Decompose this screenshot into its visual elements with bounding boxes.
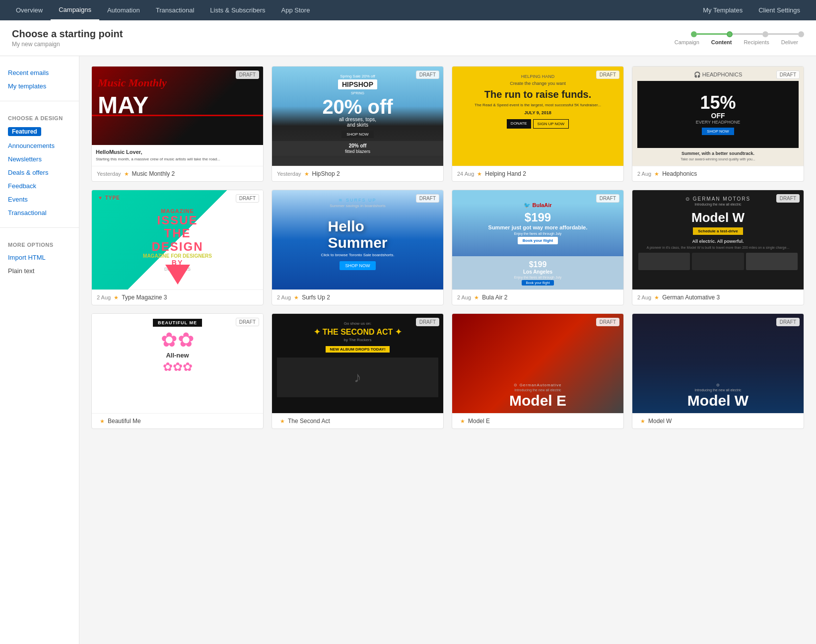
nav-right: My Templates Client Settings: [695, 0, 808, 20]
draft-badge: DRAFT: [596, 318, 619, 326]
progress-dot-recipients: [762, 31, 768, 37]
sidebar-feedback[interactable]: Feedback: [0, 179, 79, 193]
template-card-second-act[interactable]: DRAFT Go show us on: ✦ THE SECOND ACT ✦ …: [272, 313, 444, 429]
card-star: ★: [640, 418, 645, 425]
card-star: ★: [124, 171, 129, 177]
nav-my-templates[interactable]: My Templates: [695, 0, 750, 20]
template-card-bula-air[interactable]: DRAFT 🐦 BulaAir $199 Summer just got way…: [452, 190, 624, 305]
card-date: 2 Aug: [637, 294, 651, 300]
nav-app-store[interactable]: App Store: [273, 0, 318, 20]
card-footer: 2 Aug ★ Surfs Up 2: [272, 289, 443, 305]
card-name: Music Monthly 2: [132, 170, 175, 177]
step-content: Content: [705, 39, 738, 45]
progress-line-1: [697, 33, 727, 35]
card-name: German Automative 3: [662, 294, 720, 301]
template-card-model-e[interactable]: DRAFT ⊙ GermanAutomative Introducing the…: [452, 313, 624, 429]
template-card-model-w[interactable]: DRAFT ⊙ Introducing the new all electric…: [632, 313, 804, 429]
card-footer: 2 Aug ★ Type Magazine 3: [92, 289, 263, 305]
page-subtitle: My new campaign: [12, 41, 123, 48]
card-preview-type: ▼ TYPE MAGAZINE ISSUETHEDESIGN MAGAZINE …: [92, 190, 263, 289]
sidebar-events[interactable]: Events: [0, 193, 79, 206]
card-footer: ★ The Second Act: [272, 413, 443, 429]
draft-badge: DRAFT: [416, 194, 439, 203]
card-preview-beautifulme: BEAUTIFUL ME ✿✿ All-new ✿✿✿: [92, 314, 263, 413]
draft-badge: DRAFT: [776, 318, 800, 326]
sidebar-announcements[interactable]: Announcements: [0, 139, 79, 152]
nav-automation[interactable]: Automation: [99, 0, 148, 20]
template-card-headphonics[interactable]: DRAFT 🎧 HEADPHONICS 15% OFF EVERY HEADPH…: [632, 66, 804, 182]
draft-badge: DRAFT: [236, 318, 259, 326]
header-text: Choose a starting point My new campaign: [12, 28, 123, 48]
card-preview-bulaair: 🐦 BulaAir $199 Summer just got way more …: [452, 190, 623, 289]
draft-badge: DRAFT: [776, 71, 800, 79]
card-star: ★: [477, 171, 482, 177]
card-footer: Yesterday ★ Music Monthly 2: [92, 166, 263, 181]
template-card-german-automative[interactable]: DRAFT ⊙ GERMAN MOTORS Introducing the ne…: [632, 190, 804, 305]
card-footer: ★ Model E: [452, 413, 623, 429]
sidebar-plain-text[interactable]: Plain text: [0, 264, 79, 278]
card-date: 2 Aug: [277, 294, 291, 300]
card-name: Type Magazine 3: [122, 294, 167, 301]
card-name: Bula Air 2: [482, 294, 507, 301]
template-grid: DRAFT Music Monthly MAY HelloMusic Lover…: [91, 66, 804, 429]
sidebar-section-more: MORE OPTIONS: [0, 236, 79, 251]
progress-line-3: [768, 33, 798, 35]
card-preview-headphones: 🎧 HEADPHONICS 15% OFF EVERY HEADPHONE SH…: [632, 67, 804, 166]
card-star: ★: [304, 171, 309, 177]
sidebar-import-html[interactable]: Import HTML: [0, 251, 79, 264]
card-star: ★: [474, 294, 479, 301]
draft-badge: DRAFT: [416, 71, 439, 79]
card-footer: 2 Aug ★ German Automative 3: [632, 289, 804, 305]
sidebar-deals-offers[interactable]: Deals & offers: [0, 166, 79, 179]
card-date: Yesterday: [277, 171, 301, 177]
sidebar-newsletters[interactable]: Newsletters: [0, 152, 79, 166]
card-preview-model-e: ⊙ GermanAutomative Introducing the new a…: [452, 314, 623, 413]
draft-badge: DRAFT: [236, 194, 259, 203]
progress-steps: Campaign Content Recipients Deliver: [669, 39, 804, 45]
step-campaign: Campaign: [669, 39, 705, 45]
nav-transactional[interactable]: Transactional: [148, 0, 203, 20]
card-name: Model E: [468, 418, 490, 425]
sidebar-my-templates[interactable]: My templates: [0, 79, 79, 93]
template-card-hipshop[interactable]: DRAFT Spring Sale 20% off HIPSHOP SPRING…: [272, 66, 444, 182]
content-area: DRAFT Music Monthly MAY HelloMusic Lover…: [79, 56, 816, 644]
card-preview-germanmotors: ⊙ GERMAN MOTORS Introducing the new all …: [632, 190, 804, 289]
progress-dot-deliver: [798, 31, 804, 37]
top-navigation: Overview Campaigns Automation Transactio…: [0, 0, 816, 20]
progress-dot-content: [727, 31, 733, 37]
template-card-surfsup[interactable]: DRAFT ≋ SURFS UP Summer savings in board…: [272, 190, 444, 305]
card-star: ★: [100, 418, 105, 425]
nav-campaigns[interactable]: Campaigns: [51, 0, 99, 20]
progress-line-2: [733, 33, 762, 35]
sidebar-section-design: CHOOSE A DESIGN: [0, 109, 79, 124]
nav-lists-subscribers[interactable]: Lists & Subscribers: [202, 0, 273, 20]
card-date: 2 Aug: [637, 171, 651, 177]
card-date: 24 Aug: [457, 171, 474, 177]
template-card-helping-hand[interactable]: DRAFT HELPING HAND Create the change you…: [452, 66, 624, 182]
card-date: 2 Aug: [97, 294, 111, 300]
nav-client-settings[interactable]: Client Settings: [750, 0, 808, 20]
page-title: Choose a starting point: [12, 28, 123, 40]
card-footer: 2 Aug ★ Bula Air 2: [452, 289, 623, 305]
card-name: HipShop 2: [312, 170, 340, 177]
card-date: 2 Aug: [457, 294, 471, 300]
card-name: Helping Hand 2: [485, 170, 526, 177]
template-card-music-monthly[interactable]: DRAFT Music Monthly MAY HelloMusic Lover…: [91, 66, 264, 182]
nav-overview[interactable]: Overview: [8, 0, 51, 20]
card-star: ★: [654, 294, 659, 301]
progress-dot-campaign: [691, 31, 697, 37]
template-card-beautiful-me[interactable]: DRAFT BEAUTIFUL ME ✿✿ All-new ✿✿✿ ★ Beau…: [91, 313, 264, 429]
sidebar-recent-emails[interactable]: Recent emails: [0, 66, 79, 79]
template-card-type-magazine[interactable]: DRAFT ▼ TYPE MAGAZINE ISSUETHEDESIGN MAG…: [91, 190, 264, 305]
card-name: Surfs Up 2: [302, 294, 330, 301]
step-deliver: Deliver: [775, 39, 804, 45]
card-name: Model W: [648, 418, 672, 425]
card-preview-hipshop: Spring Sale 20% off HIPSHOP SPRING 20% o…: [272, 67, 443, 166]
sidebar-transactional[interactable]: Transactional: [0, 206, 79, 219]
card-name: Beautiful Me: [108, 418, 141, 425]
card-footer: 2 Aug ★ Headphonics: [632, 166, 804, 181]
nav-left: Overview Campaigns Automation Transactio…: [8, 0, 695, 20]
preview-music-title: Music Monthly: [98, 76, 167, 89]
main-layout: Recent emails My templates CHOOSE A DESI…: [0, 56, 816, 644]
sidebar-featured[interactable]: Featured: [8, 127, 41, 136]
